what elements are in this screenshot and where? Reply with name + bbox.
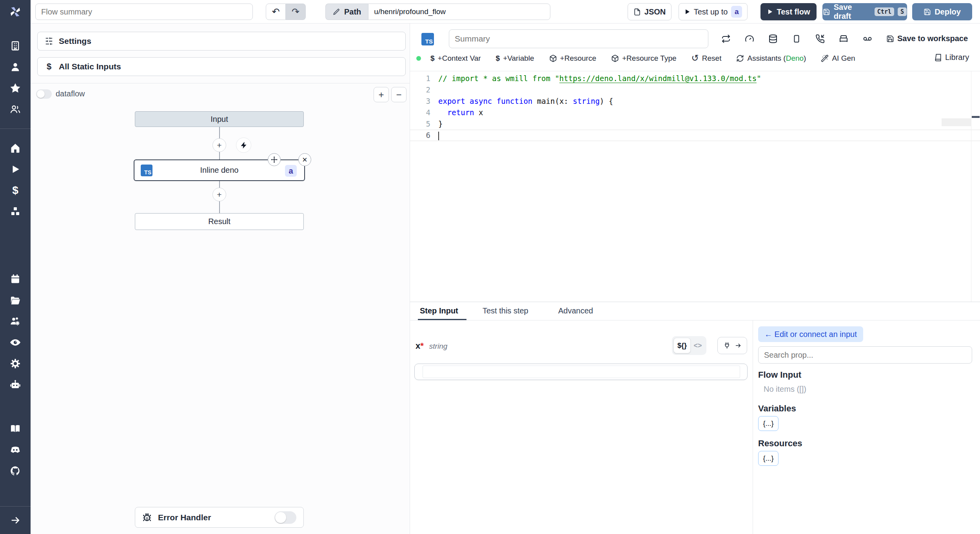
dataflow-toggle[interactable] xyxy=(36,89,52,99)
result-node-label: Result xyxy=(208,217,230,226)
ai-gen-button[interactable]: AI Gen xyxy=(821,54,855,63)
zoom-in-button[interactable]: + xyxy=(374,87,389,102)
favorites-star-icon[interactable] xyxy=(0,78,31,99)
home-icon[interactable] xyxy=(0,138,31,159)
save-draft-button[interactable]: Save draft Ctrl S xyxy=(822,3,907,20)
code-lines: 1// import * as wmill from "https://deno… xyxy=(410,71,980,141)
code-line[interactable]: 5} xyxy=(410,118,980,130)
folders-icon[interactable] xyxy=(0,290,31,311)
windmill-logo-icon[interactable] xyxy=(0,0,31,24)
flow-settings-button[interactable]: Settings xyxy=(37,32,406,51)
library-button[interactable]: Library xyxy=(934,53,969,62)
library-label: Library xyxy=(945,53,969,62)
insert-step-button[interactable]: + xyxy=(212,138,226,152)
insert-step-button[interactable]: + xyxy=(212,188,226,201)
test-flow-button[interactable]: Test flow xyxy=(760,3,817,20)
add-resource-type-button[interactable]: +Resource Type xyxy=(611,54,677,63)
minimap-slider[interactable] xyxy=(942,118,971,126)
discord-icon[interactable] xyxy=(0,439,31,460)
audit-eye-icon[interactable] xyxy=(0,332,31,353)
workers-groups-icon[interactable] xyxy=(0,311,31,332)
resources-expand-button[interactable]: {...} xyxy=(758,451,779,466)
all-static-inputs-label: All Static Inputs xyxy=(59,62,121,71)
add-resource-button[interactable]: +Resource xyxy=(549,54,596,63)
top-bar: ↶ ↷ Path JSON Test up to a Test flow Sav… xyxy=(31,0,980,24)
workspace-building-icon[interactable] xyxy=(0,35,31,56)
graph-input-node[interactable]: Input xyxy=(135,111,304,127)
edit-or-connect-button[interactable]: ← Edit or connect an input xyxy=(758,326,863,342)
save-to-workspace-button[interactable]: Save to workspace xyxy=(886,34,968,43)
groups-users-icon[interactable] xyxy=(0,99,31,120)
panel-rectangle-icon[interactable] xyxy=(792,34,801,43)
move-step-button[interactable] xyxy=(268,153,281,166)
tab-step-input[interactable]: Step Input xyxy=(420,306,458,315)
wand-icon xyxy=(821,54,829,62)
error-handler-toggle[interactable] xyxy=(274,511,296,524)
assistants-button[interactable]: Assistants (Deno) xyxy=(736,54,806,63)
runs-play-icon[interactable] xyxy=(0,159,31,180)
resources-boxes-icon[interactable] xyxy=(0,201,31,222)
line-number: 4 xyxy=(410,107,430,118)
deploy-button[interactable]: Deploy xyxy=(912,3,972,20)
repeat-icon[interactable] xyxy=(721,34,731,43)
test-up-to-step-badge: a xyxy=(731,6,742,18)
text-cursor xyxy=(438,132,439,140)
voicemail-icon[interactable] xyxy=(862,34,873,43)
save-draft-label: Save draft xyxy=(834,3,871,21)
delete-step-button[interactable]: × xyxy=(298,153,311,166)
schedules-calendar-icon[interactable] xyxy=(0,268,31,290)
gauge-icon[interactable] xyxy=(745,34,754,43)
tab-advanced[interactable]: Advanced xyxy=(558,306,593,315)
zoom-out-button[interactable]: − xyxy=(391,87,407,102)
variables-dollar-icon[interactable]: $ xyxy=(0,180,31,201)
graph-result-node[interactable]: Result xyxy=(135,213,304,230)
user-icon[interactable] xyxy=(0,56,31,78)
bed-icon[interactable] xyxy=(839,34,848,43)
code-line[interactable]: 1// import * as wmill from "https://deno… xyxy=(410,73,980,84)
search-prop-input[interactable] xyxy=(758,346,972,364)
play-icon xyxy=(767,9,773,15)
undo-button[interactable]: ↶ xyxy=(266,4,286,20)
docs-book-icon[interactable] xyxy=(0,418,31,439)
add-variable-button[interactable]: $+Variable xyxy=(496,54,534,63)
line-number: 6 xyxy=(410,130,430,141)
settings-gear-icon[interactable] xyxy=(0,353,31,374)
expand-sidebar-arrow-icon[interactable] xyxy=(0,507,31,534)
plug-icon xyxy=(723,342,731,349)
expr-mode-option[interactable]: ${} xyxy=(673,338,691,353)
github-icon[interactable] xyxy=(0,460,31,482)
code-line[interactable]: 4 return x xyxy=(410,107,980,118)
code-editor[interactable]: 1// import * as wmill from "https://deno… xyxy=(410,71,980,302)
json-button[interactable]: JSON xyxy=(628,3,671,20)
phone-incoming-icon[interactable] xyxy=(815,34,825,43)
database-icon[interactable] xyxy=(768,34,778,43)
flow-summary-input[interactable] xyxy=(35,4,253,20)
input-mode-toggle[interactable]: ${} <> xyxy=(672,336,706,355)
variables-expand-button[interactable]: {...} xyxy=(758,416,779,431)
code-mode-option[interactable]: <> xyxy=(691,342,705,350)
step-summary-input[interactable] xyxy=(449,29,708,48)
add-context-var-label: +Context Var xyxy=(438,54,481,63)
all-static-inputs-button[interactable]: $ All Static Inputs xyxy=(37,57,406,76)
add-context-var-button[interactable]: $+Context Var xyxy=(430,54,481,63)
line-number: 2 xyxy=(410,84,430,96)
code-line[interactable]: 2 xyxy=(410,84,980,96)
tab-test-this-step[interactable]: Test this step xyxy=(483,306,528,315)
code-line[interactable]: 3export async function main(x: string) { xyxy=(410,96,980,107)
redo-button[interactable]: ↷ xyxy=(286,4,306,20)
test-up-to-button[interactable]: Test up to a xyxy=(679,3,748,20)
error-handler-row[interactable]: Error Handler xyxy=(135,507,304,528)
editor-icon-row xyxy=(721,34,873,43)
trigger-button[interactable] xyxy=(236,138,251,153)
refresh-icon xyxy=(736,54,744,62)
path-edit-button[interactable]: Path xyxy=(325,4,368,20)
connect-input-button[interactable] xyxy=(717,337,747,354)
kbd-s: S xyxy=(898,7,907,16)
ai-bot-icon[interactable] xyxy=(0,374,31,395)
graph-step-node[interactable]: TS Inline deno a × xyxy=(134,159,305,181)
path-input[interactable] xyxy=(368,4,550,20)
field-value-input[interactable] xyxy=(423,366,740,378)
flow-input-empty: No items ([]) xyxy=(764,385,806,394)
code-line[interactable]: 6 xyxy=(410,130,980,141)
reset-button[interactable]: ↺Reset xyxy=(691,53,722,63)
